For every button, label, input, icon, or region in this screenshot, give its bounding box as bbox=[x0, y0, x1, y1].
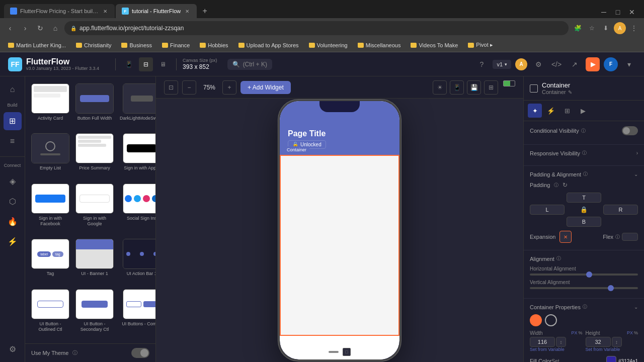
settings-gear-icon[interactable]: ⚙ bbox=[531, 57, 545, 71]
height-set-from-variable[interactable]: Set from Variable bbox=[586, 347, 638, 352]
widget-item-activity-card[interactable]: Activity Card bbox=[29, 80, 71, 128]
bookmark-business[interactable]: Business bbox=[117, 41, 156, 49]
widget-item-social-sign-ins[interactable]: Social Sign Ins bbox=[118, 180, 155, 234]
widget-item-signin-apple[interactable]: Sign in with Apple bbox=[118, 130, 155, 178]
sidebar-logic-icon[interactable]: ⚡ bbox=[4, 233, 22, 251]
bookmark-pivot[interactable]: Pivot ▸ bbox=[464, 41, 497, 49]
sidebar-firestore-icon[interactable]: 🔥 bbox=[4, 213, 22, 231]
height-input[interactable]: 32 bbox=[586, 337, 611, 347]
minimize-button[interactable]: ─ bbox=[598, 6, 610, 18]
more-options-icon[interactable]: ▾ bbox=[622, 57, 636, 71]
flex-info-icon[interactable]: ⓘ bbox=[615, 234, 620, 240]
conditional-visibility-info-icon[interactable]: ⓘ bbox=[581, 128, 586, 134]
padding-right-input[interactable]: R bbox=[603, 205, 638, 215]
menu-icon[interactable]: ⋮ bbox=[628, 22, 640, 34]
padding-top-input[interactable]: T bbox=[567, 193, 601, 203]
padding-left-input[interactable]: L bbox=[530, 205, 565, 215]
widget-item-tag[interactable]: labeltag Tag bbox=[29, 236, 71, 284]
bookmark-icon[interactable]: ☆ bbox=[586, 22, 598, 34]
padding-reset-icon[interactable]: ↻ bbox=[562, 182, 568, 189]
widget-item-signin-google[interactable]: Sign in with Google bbox=[73, 180, 116, 234]
bookmark-videos[interactable]: Videos To Make bbox=[407, 41, 462, 49]
responsive-visibility-info-icon[interactable]: ⓘ bbox=[582, 150, 587, 156]
sidebar-api-icon[interactable]: ◈ bbox=[4, 172, 22, 191]
sidebar-settings-icon[interactable]: ⚙ bbox=[4, 340, 22, 358]
widget-item-price-summary[interactable]: Price Summary bbox=[73, 130, 116, 178]
mobile-preview-icon[interactable]: 📱 bbox=[450, 80, 464, 95]
bookmark-finance[interactable]: Finance bbox=[158, 41, 194, 49]
sidebar-home-icon[interactable]: ⌂ bbox=[4, 80, 22, 99]
use-theme-toggle[interactable] bbox=[131, 348, 149, 358]
grid-icon[interactable]: ⊞ bbox=[484, 80, 498, 95]
zoom-in-button[interactable]: + bbox=[222, 80, 236, 95]
container-props-info-icon[interactable]: ⓘ bbox=[583, 304, 587, 310]
widget-item-ui-banner[interactable]: UI - Banner 1 bbox=[73, 236, 116, 284]
bookmark-volunteering[interactable]: Volunteering bbox=[305, 41, 352, 49]
code-icon[interactable]: </> bbox=[549, 57, 564, 71]
widget-item-signin-facebook[interactable]: Sign in with Facebook bbox=[29, 180, 71, 234]
external-link-icon[interactable]: ↗ bbox=[568, 57, 582, 71]
user-avatar[interactable]: A bbox=[515, 58, 527, 70]
downloads-icon[interactable]: ⬇ bbox=[600, 22, 612, 34]
sidebar-layers-icon[interactable]: ≡ bbox=[4, 132, 22, 150]
widget-item-ui-button-secondary[interactable]: UI Button - Secondary Ctl bbox=[73, 286, 116, 339]
zoom-out-button[interactable]: − bbox=[182, 80, 196, 95]
padding-lock-icon[interactable]: 🔒 bbox=[580, 206, 588, 213]
widget-item-ui-action-bar[interactable]: UI Action Bar 1 bbox=[118, 236, 155, 284]
vertical-slider[interactable] bbox=[530, 287, 638, 289]
bookmark-christianity[interactable]: Christianity bbox=[72, 41, 115, 49]
width-px-toggle[interactable]: PX bbox=[571, 330, 577, 336]
tab2-close[interactable]: ✕ bbox=[184, 8, 191, 15]
widget-item-button-full[interactable]: Button Full Width bbox=[73, 80, 116, 128]
widget-item-ui-buttons-combo[interactable]: UI Buttons - Combo bbox=[118, 286, 155, 339]
tab-play[interactable]: ▶ bbox=[576, 104, 590, 118]
sun-icon[interactable]: ☀ bbox=[433, 80, 447, 95]
sidebar-connect-label[interactable]: Connect bbox=[3, 161, 22, 170]
color-circle-white[interactable] bbox=[545, 314, 557, 326]
save-icon[interactable]: 💾 bbox=[467, 80, 481, 95]
horizontal-slider[interactable] bbox=[530, 274, 638, 276]
container-props-collapse[interactable]: ⌄ bbox=[634, 304, 638, 310]
desktop-device-icon[interactable]: 🖥 bbox=[156, 57, 170, 71]
sidebar-db-icon[interactable]: ⬡ bbox=[4, 193, 22, 211]
bookmark-upload[interactable]: Upload to App Stores bbox=[234, 41, 303, 49]
tab-layout[interactable]: ⊞ bbox=[560, 104, 574, 118]
version-badge[interactable]: v1 ▾ bbox=[493, 60, 511, 69]
sidebar-widgets-icon[interactable]: ⊞ bbox=[4, 112, 22, 130]
address-bar[interactable]: 🔒 app.flutterflow.io/project/tutorial-zz… bbox=[64, 21, 569, 35]
conditional-visibility-toggle[interactable] bbox=[622, 126, 638, 135]
widget-item-empty-list[interactable]: Empty List bbox=[29, 130, 71, 178]
add-widget-button[interactable]: + Add Widget bbox=[240, 81, 291, 94]
fill-color-swatch[interactable] bbox=[606, 356, 616, 362]
profile-icon[interactable]: A bbox=[614, 22, 626, 34]
tab1-close[interactable]: ✕ bbox=[102, 8, 109, 15]
height-px-toggle[interactable]: PX bbox=[627, 330, 633, 336]
expansion-box[interactable]: ✕ bbox=[559, 231, 572, 243]
close-window-button[interactable]: ✕ bbox=[626, 6, 638, 18]
use-theme-info-icon[interactable]: ⓘ bbox=[72, 349, 77, 356]
help-icon[interactable]: ? bbox=[474, 57, 489, 71]
width-set-from-variable[interactable]: Set from Variable bbox=[530, 347, 583, 352]
run-button[interactable]: ▶ bbox=[586, 57, 600, 71]
widget-item-ui-button-outlined[interactable]: UI Button - Outlined Ctl bbox=[29, 286, 71, 339]
height-percent-toggle[interactable]: % bbox=[634, 330, 638, 336]
home-nav-button[interactable]: ⌂ bbox=[49, 22, 61, 34]
bookmark-misc[interactable]: Miscellaneous bbox=[354, 41, 405, 49]
tablet-device-icon[interactable]: ⊟ bbox=[139, 57, 153, 71]
search-bar[interactable]: 🔍 (Ctrl + K) bbox=[227, 59, 272, 70]
phone-device-icon[interactable]: 📱 bbox=[122, 57, 136, 71]
padding-info-icon[interactable]: ⓘ bbox=[583, 171, 588, 177]
flex-input[interactable] bbox=[622, 233, 638, 241]
new-tab-button[interactable]: + bbox=[198, 4, 212, 18]
edit-icon[interactable]: ✎ bbox=[568, 89, 572, 95]
browser-tab-2[interactable]: F tutorial - FlutterFlow ✕ bbox=[116, 4, 197, 18]
height-toggle[interactable]: ↕ bbox=[612, 337, 622, 347]
bookmark-hobbies[interactable]: Hobbies bbox=[196, 41, 232, 49]
back-button[interactable]: ‹ bbox=[4, 22, 16, 34]
tab-actions[interactable]: ⚡ bbox=[544, 104, 558, 118]
responsive-visibility-arrow[interactable]: › bbox=[636, 150, 638, 156]
widget-item-dark-light[interactable]: DarkLightModeSwitch bbox=[118, 80, 155, 128]
browser-tab-1[interactable]: FlutterFlow Pricing - Start buildi... ✕ bbox=[4, 4, 115, 18]
sidebar-build-label[interactable]: Build bbox=[6, 101, 18, 110]
bookmark-mlk[interactable]: Martin Luther King... bbox=[4, 41, 70, 49]
